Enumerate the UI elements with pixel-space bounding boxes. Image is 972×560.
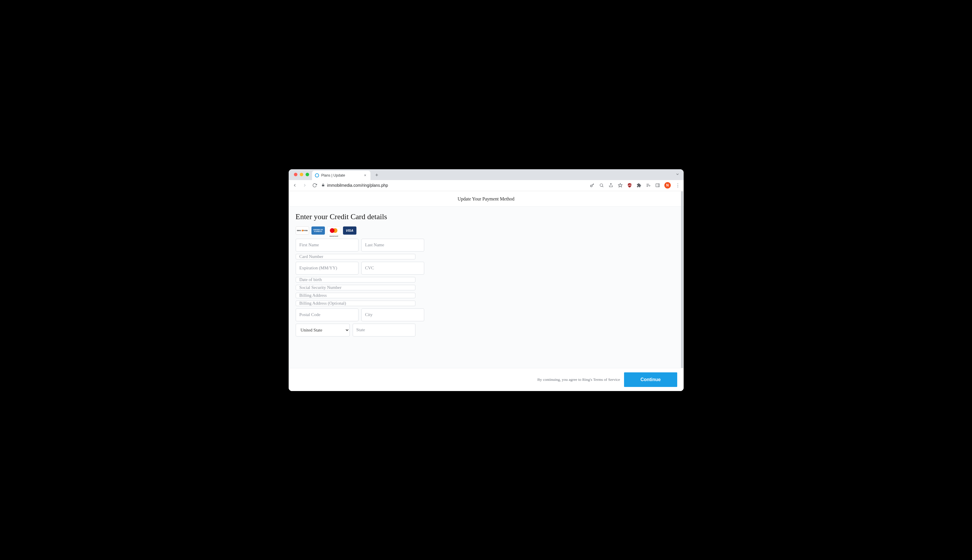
favicon-icon	[315, 173, 319, 177]
tab-title: Plans | Update	[321, 173, 345, 177]
address-bar[interactable]: immobilmedia.com/ring/plans.php	[321, 183, 586, 188]
svg-rect-9	[656, 184, 659, 187]
card-logos: DISCVER AMERICANEXPRESS mastercard VISA	[296, 227, 677, 235]
page-content: Update Your Payment Method Enter your Cr…	[289, 191, 684, 391]
form-title: Enter your Credit Card details	[296, 212, 677, 221]
billing-address-2-input[interactable]	[296, 300, 415, 306]
close-tab-button[interactable]: ×	[363, 173, 368, 177]
avatar-initial: N	[666, 183, 669, 187]
new-tab-button[interactable]: +	[373, 171, 381, 180]
svg-point-1	[600, 184, 602, 187]
ssn-input[interactable]	[296, 285, 415, 290]
dob-input[interactable]	[296, 277, 415, 282]
zoom-icon[interactable]	[599, 183, 604, 188]
terms-text: By continuing, you agree to Ring's Terms…	[537, 377, 620, 382]
back-button[interactable]	[291, 182, 298, 188]
profile-avatar[interactable]: N	[664, 182, 671, 188]
share-icon[interactable]	[608, 183, 614, 188]
country-select[interactable]: United State	[296, 323, 350, 337]
reading-list-icon[interactable]	[646, 183, 651, 188]
amex-logo: AMERICANEXPRESS	[311, 227, 325, 235]
tab-strip: Plans | Update × +	[289, 169, 684, 180]
footer-bar: By continuing, you agree to Ring's Terms…	[289, 368, 684, 391]
form-grid: United State	[296, 239, 415, 337]
svg-line-2	[602, 186, 603, 187]
lock-icon	[321, 183, 325, 188]
extensions-icon[interactable]	[636, 183, 642, 188]
cvc-input[interactable]	[361, 262, 424, 275]
forward-button[interactable]	[301, 182, 308, 188]
browser-window: Plans | Update × + immobilmedia.com/ring…	[289, 169, 684, 391]
svg-text:uO: uO	[628, 184, 631, 186]
first-name-input[interactable]	[296, 239, 358, 252]
visa-logo: VISA	[343, 227, 356, 235]
mastercard-logo: mastercard	[327, 227, 341, 235]
url-text: immobilmedia.com/ring/plans.php	[327, 183, 388, 188]
continue-button[interactable]: Continue	[624, 372, 677, 387]
side-panel-icon[interactable]	[655, 183, 660, 188]
city-input[interactable]	[361, 308, 424, 321]
window-controls	[294, 173, 309, 176]
bookmark-icon[interactable]	[617, 183, 623, 188]
reload-button[interactable]	[311, 182, 318, 188]
browser-toolbar: immobilmedia.com/ring/plans.php uO	[289, 180, 684, 191]
svg-marker-4	[618, 183, 622, 187]
minimize-window-button[interactable]	[300, 173, 303, 176]
discover-logo: DISCVER	[296, 227, 309, 235]
tab-dropdown-button[interactable]	[676, 172, 679, 177]
browser-tab[interactable]: Plans | Update ×	[312, 171, 370, 180]
scrollbar[interactable]	[681, 191, 683, 383]
payment-form: Enter your Credit Card details DISCVER A…	[289, 207, 684, 366]
ublock-icon[interactable]: uO	[627, 183, 632, 188]
card-number-input[interactable]	[296, 254, 415, 260]
page-header: Update Your Payment Method	[289, 191, 684, 207]
toolbar-right: uO N ⋮	[590, 182, 681, 188]
expiration-input[interactable]	[296, 262, 358, 275]
billing-address-input[interactable]	[296, 293, 415, 298]
menu-button[interactable]: ⋮	[675, 183, 681, 188]
postal-code-input[interactable]	[296, 308, 358, 321]
key-icon[interactable]	[590, 183, 595, 188]
last-name-input[interactable]	[361, 239, 424, 252]
maximize-window-button[interactable]	[306, 173, 309, 176]
state-input[interactable]	[353, 323, 415, 337]
close-window-button[interactable]	[294, 173, 298, 176]
